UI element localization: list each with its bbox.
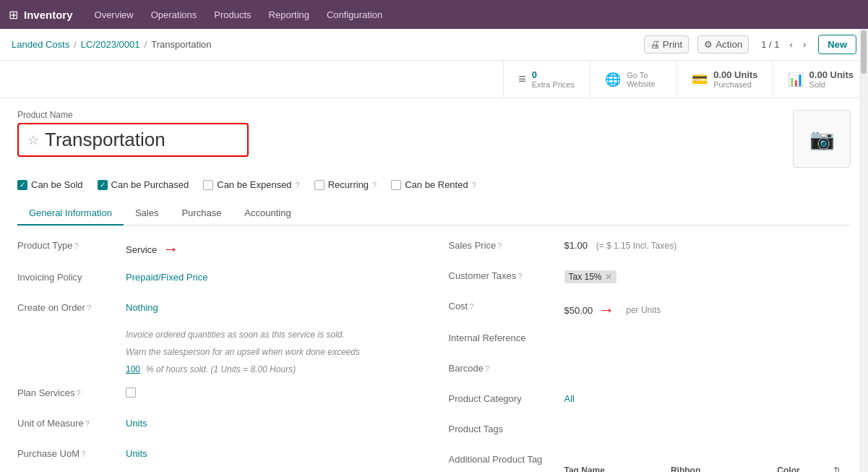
product-type-value[interactable]: Service → [126, 237, 420, 259]
top-navbar: ⊞ Inventory Overview Operations Products… [0, 0, 868, 29]
barcode-label: Barcode ? [449, 360, 564, 374]
additional-product-tag-row: Additional Product Tag Tag Name Ribbon C… [449, 451, 851, 472]
product-title[interactable]: Transportation [45, 129, 166, 151]
can-be-rented-label: Can be Rented [405, 179, 468, 190]
print-button[interactable]: 🖨 Print [644, 35, 689, 53]
stat-extra-prices-text: 0 Extra Prices [532, 69, 575, 89]
customer-taxes-row: Customer Taxes ? Tax 15% ✕ [449, 267, 851, 288]
can-be-rented-checkbox[interactable]: Can be Rented ? [391, 179, 476, 190]
sales-price-label: Sales Price ? [449, 237, 564, 251]
plan-services-value[interactable] [126, 385, 420, 398]
print-label: Print [663, 39, 682, 50]
product-name-box[interactable]: ☆ Transportation [17, 123, 249, 157]
create-on-order-help: ? [87, 304, 91, 312]
plan-services-checkbox[interactable] [126, 387, 136, 398]
can-be-expensed-box [203, 180, 213, 190]
invoicing-policy-value[interactable]: Prepaid/Fixed Price [126, 269, 420, 283]
stat-go-to-website[interactable]: 🌐 Go To Website [590, 61, 676, 98]
tax-remove-icon[interactable]: ✕ [605, 272, 612, 282]
sales-price-value[interactable]: $1.00 (= $ 1.15 Incl. Taxes) [564, 237, 851, 251]
stat-units-purchased[interactable]: 💳 0.00 Units Purchased [676, 61, 772, 98]
table-settings-icon[interactable]: ⇅ [833, 465, 841, 472]
checkboxes-row: ✓ Can be Sold ✓ Can be Purchased Can be … [17, 179, 851, 190]
sales-price-help: ? [497, 241, 502, 250]
nav-operations[interactable]: Operations [144, 5, 205, 25]
hint-invoice: Invoice ordered quantities as soon as th… [17, 330, 420, 340]
per-unit-text: per Units [626, 305, 661, 315]
purchase-uom-value[interactable]: Units [126, 445, 420, 459]
unit-of-measure-row: Unit of Measure ? Units [17, 415, 420, 435]
customer-taxes-value[interactable]: Tax 15% ✕ [564, 267, 851, 283]
action-button[interactable]: ⚙ Action [697, 35, 749, 53]
uom-help: ? [85, 419, 90, 428]
app-name[interactable]: Inventory [24, 9, 73, 21]
pager-text: 1 / 1 [757, 38, 783, 51]
product-tags-value[interactable] [564, 421, 851, 424]
hint-hours-suffix: % of hours sold. (1 Units = 8.00 Hours) [146, 364, 296, 374]
stat-website-text: Go To Website [627, 71, 656, 88]
customer-taxes-label: Customer Taxes ? [449, 267, 564, 281]
can-be-sold-checkbox[interactable]: ✓ Can be Sold [17, 179, 83, 190]
pager-prev[interactable]: ‹ [786, 38, 796, 51]
product-name-left: Product Name ☆ Transportation [17, 110, 793, 157]
product-tags-label: Product Tags [449, 421, 564, 434]
barcode-value[interactable] [564, 360, 851, 363]
website-label: Website [627, 80, 656, 88]
breadcrumb-lc[interactable]: LC/2023/0001 [81, 39, 140, 50]
breadcrumb-sep2: / [145, 39, 147, 50]
hint-threshold-link[interactable]: 100 [126, 364, 140, 374]
stat-extra-prices[interactable]: ≡ 0 Extra Prices [503, 61, 590, 98]
breadcrumb: Landed Costs / LC/2023/0001 / Transporta… [12, 39, 212, 50]
internal-reference-value[interactable] [564, 330, 851, 332]
nav-overview[interactable]: Overview [87, 5, 141, 25]
right-form-section: Sales Price ? $1.00 (= $ 1.15 Incl. Taxe… [449, 237, 851, 472]
product-image-placeholder[interactable]: 📷 [793, 110, 851, 168]
breadcrumb-landed-costs[interactable]: Landed Costs [12, 39, 69, 50]
stat-purchased-text: 0.00 Units Purchased [713, 69, 757, 89]
stat-sold-text: 0.00 Units Sold [809, 69, 854, 89]
create-on-order-value[interactable]: Nothing [126, 299, 420, 313]
product-name-label: Product Name [17, 110, 793, 120]
product-category-value[interactable]: All [564, 390, 851, 404]
scrollbar-track[interactable] [859, 29, 868, 472]
tab-general-information[interactable]: General Information [17, 202, 124, 226]
main-content: Product Name ☆ Transportation 📷 ✓ Can be… [0, 98, 868, 472]
go-to-label: Go To [627, 71, 656, 80]
nav-products[interactable]: Products [207, 5, 258, 25]
sales-price-incl: (= $ 1.15 Incl. Taxes) [596, 241, 677, 251]
invoicing-policy-label: Invoicing Policy [17, 269, 126, 283]
tab-purchase[interactable]: Purchase [170, 202, 233, 226]
nav-configuration[interactable]: Configuration [319, 5, 390, 25]
internal-reference-row: Internal Reference [449, 330, 851, 350]
nav-reporting[interactable]: Reporting [262, 5, 317, 25]
product-type-arrow: → [163, 240, 179, 259]
app-grid-icon[interactable]: ⊞ [9, 8, 18, 22]
plan-services-help: ? [76, 389, 80, 398]
cost-text: $50.00 [564, 305, 593, 316]
favorite-star-icon[interactable]: ☆ [27, 132, 39, 148]
cost-value[interactable]: $50.00 → per Units [564, 298, 851, 319]
stats-bar: ≡ 0 Extra Prices 🌐 Go To Website 💳 0.00 … [0, 61, 868, 98]
unit-of-measure-value[interactable]: Units [126, 415, 420, 429]
chart-icon: 📊 [788, 72, 804, 87]
customer-taxes-help: ? [517, 272, 522, 280]
card-icon: 💳 [692, 72, 708, 87]
tab-sales[interactable]: Sales [124, 202, 171, 226]
recurring-help-icon: ? [372, 181, 377, 189]
tab-accounting[interactable]: Accounting [233, 202, 302, 226]
product-type-help: ? [74, 241, 78, 250]
breadcrumb-bar: Landed Costs / LC/2023/0001 / Transporta… [0, 29, 868, 61]
purchase-uom-row: Purchase UoM ? Units [17, 445, 420, 465]
plan-services-row: Plan Services ? [17, 385, 420, 405]
stat-units-sold[interactable]: 📊 0.00 Units Sold [773, 61, 868, 98]
recurring-checkbox[interactable]: Recurring ? [314, 179, 377, 190]
can-be-sold-box: ✓ [17, 180, 27, 190]
can-be-expensed-checkbox[interactable]: Can be Expensed ? [203, 179, 299, 190]
scrollbar-thumb[interactable] [861, 30, 867, 74]
nav-menu: Overview Operations Products Reporting C… [87, 5, 390, 25]
pager-next[interactable]: › [799, 38, 809, 51]
can-be-purchased-checkbox[interactable]: ✓ Can be Purchased [98, 179, 189, 190]
cost-label: Cost ? [449, 298, 564, 312]
new-button[interactable]: New [818, 35, 856, 54]
units-purchased-label: Purchased [713, 80, 757, 89]
